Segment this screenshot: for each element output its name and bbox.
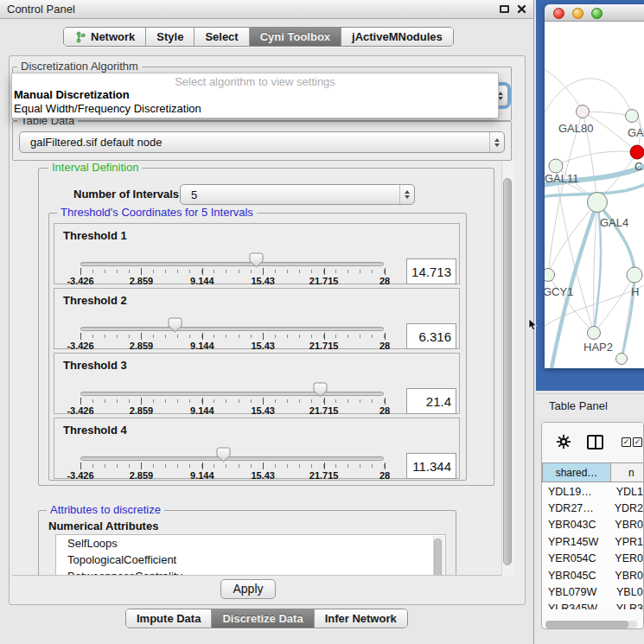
cell-name[interactable]: YER0 (611, 552, 643, 564)
table-row[interactable]: YER054CYER0 (542, 551, 643, 567)
tab-infer-network[interactable]: Infer Network (315, 609, 407, 628)
network-node-label: GAL80 (558, 122, 593, 135)
cell-shared-name[interactable]: YER054C (542, 552, 611, 564)
tab-cyni-toolbox[interactable]: Cyni Toolbox (250, 28, 341, 46)
network-node-label: GAL11 (545, 172, 579, 185)
cell-name[interactable]: YBL0 (613, 586, 643, 598)
tab-style[interactable]: Style (146, 28, 194, 46)
combo-stepper-icon[interactable] (399, 185, 414, 204)
top-tabbar: Network Style Select Cyni Toolbox jActiv… (63, 27, 454, 47)
tab-jactivemnodules[interactable]: jActiveMNodules (341, 28, 453, 46)
slider-thumb[interactable] (168, 317, 182, 333)
attribute-list-item[interactable]: SelfLoops (56, 535, 445, 552)
table-row[interactable]: YBL079WYBL0 (542, 583, 643, 600)
settings-gear-icon[interactable] (556, 434, 571, 450)
combo-stepper-icon[interactable] (489, 132, 504, 152)
network-node[interactable] (588, 327, 601, 340)
network-view-window[interactable]: GAL80GACGAL11GAL4GCY1HHAP2 (545, 4, 644, 368)
threshold-value-field[interactable] (406, 453, 456, 479)
close-icon[interactable] (517, 4, 526, 14)
zoom-traffic-light-icon[interactable] (591, 8, 603, 19)
attributes-group-title: Attributes to discretize (47, 504, 164, 516)
control-panel-titlebar[interactable]: Control Panel (0, 0, 533, 19)
cell-shared-name[interactable]: YPR145W (542, 536, 611, 548)
table-row[interactable]: YLR345WYLR3 (542, 601, 643, 609)
table-panel-title: Table Panel (549, 399, 608, 412)
threshold-value-field[interactable] (406, 323, 456, 349)
dropdown-item-equal-width-frequency[interactable]: Equal Width/Frequency Discretization (12, 102, 498, 116)
cell-shared-name[interactable]: YBR045C (542, 570, 611, 582)
tick-major (385, 398, 386, 405)
table-row[interactable]: YDL19…YDL1 (542, 483, 643, 500)
cell-name[interactable]: YDR2 (611, 502, 643, 514)
cell-shared-name[interactable]: YBL079W (542, 586, 613, 598)
list-scrollbar[interactable] (433, 536, 444, 576)
network-node[interactable] (626, 110, 639, 123)
tick-label: 9.144 (190, 276, 214, 286)
network-node[interactable] (627, 267, 642, 283)
close-traffic-light-icon[interactable] (553, 8, 564, 19)
threshold-value-field[interactable] (406, 388, 456, 414)
slider-thumb[interactable] (249, 252, 264, 268)
split-columns-icon[interactable] (587, 435, 603, 450)
column-header-shared-name[interactable]: shared… (542, 462, 611, 482)
tab-impute-data[interactable]: Impute Data (126, 609, 212, 628)
network-canvas[interactable]: GAL80GACGAL11GAL4GCY1HHAP2 (545, 22, 644, 368)
list-scrollbar-thumb[interactable] (434, 539, 442, 576)
threshold-label: Threshold 3 (63, 359, 127, 372)
apply-button[interactable]: Apply (220, 579, 276, 599)
table-hscrollbar-thumb[interactable] (545, 621, 628, 628)
slider-thumb[interactable] (313, 382, 328, 398)
table-panel-titlebar[interactable]: Table Panel (536, 393, 644, 417)
network-window-titlebar[interactable] (545, 4, 644, 22)
checked-checkbox-icon[interactable]: ✓ (622, 437, 631, 447)
table-row[interactable]: YBR043CYBR0 (542, 517, 643, 533)
tab-network[interactable]: Network (64, 28, 146, 46)
network-node[interactable] (545, 269, 555, 282)
network-node[interactable] (630, 145, 644, 159)
threshold-value-field[interactable] (406, 258, 456, 284)
table-rows[interactable]: YDL19…YDL1YDR27…YDR2YBR043CYBR0YPR145WYP… (542, 483, 643, 609)
table-hscrollbar[interactable] (545, 621, 637, 628)
screen: Control Panel Network Style Select Cyni … (0, 0, 644, 644)
network-icon (74, 31, 86, 43)
float-window-icon[interactable] (500, 5, 509, 13)
network-node[interactable] (588, 193, 608, 213)
tick-label: 21.715 (309, 276, 339, 286)
tab-select[interactable]: Select (194, 28, 249, 46)
settings-scrollbar-thumb[interactable] (503, 178, 512, 565)
slider-tick-labels: -3.4262.8599.14415.4321.71528 (80, 276, 385, 286)
cell-name[interactable]: YBR0 (611, 519, 643, 531)
cell-name[interactable]: YPR1 (611, 536, 643, 548)
table-row[interactable]: YBR045CYBR0 (542, 567, 643, 583)
column-header-name[interactable]: n (610, 462, 644, 482)
cell-name[interactable]: YLR3 (613, 603, 643, 609)
tick-label: -3.426 (67, 470, 93, 481)
minimize-traffic-light-icon[interactable] (572, 8, 583, 19)
checked-checkbox-icon[interactable]: ✓ (633, 437, 642, 447)
cell-shared-name[interactable]: YDR27… (542, 502, 611, 514)
tab-discretize-data[interactable]: Discretize Data (212, 609, 314, 628)
cell-shared-name[interactable]: YDL19… (542, 486, 613, 498)
cell-shared-name[interactable]: YBR043C (542, 519, 611, 531)
slider-thumb[interactable] (216, 447, 231, 462)
table-row[interactable]: YDR27…YDR2 (542, 500, 643, 516)
num-intervals-combobox[interactable]: 5 (180, 184, 415, 205)
dropdown-item-manual-discretization[interactable]: Manual Discretization (12, 88, 498, 102)
attribute-list-item[interactable]: TopologicalCoefficient (56, 552, 445, 568)
cell-name[interactable]: YDL1 (613, 486, 643, 498)
network-node[interactable] (577, 105, 590, 118)
table-data-combobox-value: galFiltered.sif default node (20, 136, 489, 149)
network-node[interactable] (549, 159, 563, 173)
window-title: Control Panel (7, 3, 75, 16)
tick-label: 28 (379, 470, 390, 481)
network-node[interactable] (616, 354, 628, 365)
numerical-attributes-list[interactable]: SelfLoopsTopologicalCoefficientBetweenne… (55, 534, 446, 576)
table-row[interactable]: YPR145WYPR1 (542, 533, 643, 550)
table-data-combobox[interactable]: galFiltered.sif default node (19, 131, 505, 153)
attribute-list-item[interactable]: BetweennessCentrality (56, 568, 445, 576)
settings-scroll-viewport: Interval Definition Number of Intervals … (12, 161, 501, 576)
slider-tick-labels: -3.4262.8599.14415.4321.71528 (80, 470, 385, 481)
cell-name[interactable]: YBR0 (611, 570, 643, 582)
cell-shared-name[interactable]: YLR345W (542, 603, 613, 609)
